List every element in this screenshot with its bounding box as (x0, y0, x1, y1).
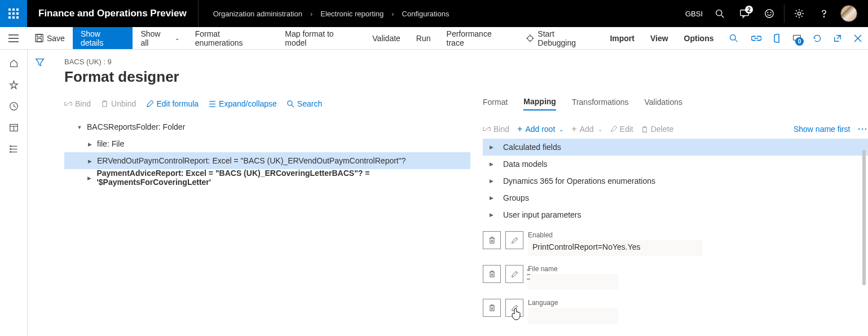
tab-validations[interactable]: Validations (645, 98, 682, 110)
tree-expand-icon[interactable] (86, 141, 94, 147)
add-root-button[interactable]: +Add root⌄ (517, 124, 563, 134)
map-row[interactable]: Data models (483, 156, 868, 173)
svg-point-46 (288, 100, 292, 105)
tree-row[interactable]: file: File (64, 135, 470, 152)
tree-expand-icon[interactable] (487, 212, 495, 218)
map-row[interactable]: Dynamics 365 for Operations enumerations (483, 173, 868, 189)
svg-rect-21 (37, 34, 42, 37)
delete-property-button[interactable] (483, 231, 501, 249)
tree-expand-icon[interactable] (86, 175, 93, 181)
link-icon-button[interactable] (746, 34, 766, 42)
view-button[interactable]: View (642, 27, 676, 49)
format-tree: BACSReportsFolder: Folder file: File ERV… (64, 118, 470, 186)
recent-rail-button[interactable] (8, 100, 19, 112)
tree-expand-icon[interactable] (487, 144, 495, 150)
delete-property-button[interactable] (483, 299, 501, 317)
user-avatar[interactable] (836, 0, 861, 27)
refresh-button[interactable] (807, 34, 827, 43)
workspaces-rail-button[interactable] (8, 122, 19, 133)
run-button[interactable]: Run (408, 27, 439, 49)
delete-property-button[interactable] (483, 265, 501, 283)
map-row[interactable]: Groups (483, 189, 868, 206)
expand-collapse-button[interactable]: Expand/collapse (209, 99, 277, 108)
popout-button[interactable] (827, 34, 848, 42)
map-row-selected[interactable]: Calculated fields (483, 139, 868, 156)
enabled-input[interactable]: PrintControlReport=NoYes.Yes (528, 240, 703, 256)
trash-icon (488, 270, 496, 278)
modules-rail-button[interactable] (8, 143, 19, 154)
tree-row[interactable]: PaymentAdviceReport: Excel = "BACS (UK)_… (64, 169, 470, 186)
map-row[interactable]: User input parameters (483, 206, 868, 223)
unbind-button[interactable]: Unbind (101, 99, 136, 108)
help-button[interactable] (812, 0, 836, 27)
start-debugging-button[interactable]: Start Debugging (518, 27, 602, 49)
tab-mapping[interactable]: Mapping (523, 97, 556, 110)
svg-line-10 (721, 15, 724, 17)
tree-row-root[interactable]: BACSReportsFolder: Folder (64, 118, 470, 135)
tree-expand-icon[interactable] (76, 124, 83, 130)
scrollbar[interactable] (862, 150, 866, 285)
overflow-button[interactable]: ··· (858, 125, 868, 134)
filter-button[interactable] (35, 58, 45, 336)
performance-trace-button[interactable]: Performance trace (439, 27, 519, 49)
tree-expand-icon[interactable] (487, 178, 495, 184)
tree-row-selected[interactable]: ERVendOutPaymControlReport: Excel = "BAC… (64, 152, 470, 169)
tree-expand-icon[interactable] (487, 161, 495, 167)
settings-button[interactable] (787, 0, 812, 27)
home-rail-button[interactable] (8, 58, 19, 69)
show-all-button[interactable]: Show all⌄ (133, 27, 187, 49)
svg-point-28 (730, 34, 736, 40)
edit-property-button[interactable] (505, 299, 523, 317)
breadcrumb-item[interactable]: Configurations (402, 10, 450, 18)
favorites-rail-button[interactable] (8, 79, 19, 90)
tab-format[interactable]: Format (483, 98, 508, 110)
edit-property-button[interactable] (505, 231, 523, 249)
edit-button[interactable]: Edit (610, 125, 633, 134)
filter-column (27, 50, 52, 336)
action-center-button[interactable]: 0 (787, 34, 807, 43)
feedback-button[interactable] (757, 0, 782, 27)
edit-formula-button[interactable]: Edit formula (146, 99, 199, 108)
add-button[interactable]: +Add⌄ (571, 124, 602, 134)
close-button[interactable] (848, 34, 868, 42)
link-icon (751, 34, 761, 42)
format-enumerations-button[interactable]: Format enumerations (187, 27, 277, 49)
show-name-first-button[interactable]: Show name first (794, 125, 850, 134)
waffle-launcher[interactable] (0, 0, 27, 27)
company-code[interactable]: GBSI (685, 10, 703, 18)
breadcrumb: Organization administration › Electronic… (202, 10, 450, 18)
show-details-label: Show details (81, 29, 125, 47)
svg-point-13 (768, 12, 768, 13)
tab-transformations[interactable]: Transformations (572, 98, 629, 110)
map-format-button[interactable]: Map format to model (277, 27, 364, 49)
link-icon (64, 100, 72, 108)
import-button[interactable]: Import (602, 27, 642, 49)
commandbar-search-button[interactable] (721, 27, 746, 49)
office-icon-button[interactable] (766, 34, 787, 43)
show-details-button[interactable]: Show details (73, 27, 133, 49)
property-row-language: Language (483, 299, 845, 324)
right-tabs: Format Mapping Transformations Validatio… (483, 94, 868, 114)
save-button[interactable]: Save (27, 27, 73, 49)
options-button[interactable]: Options (676, 27, 722, 49)
delete-button[interactable]: Delete (641, 125, 673, 134)
breadcrumb-item[interactable]: Organization administration (213, 10, 302, 18)
breadcrumb-item[interactable]: Electronic reporting (320, 10, 384, 18)
search-button[interactable] (707, 0, 732, 27)
tree-expand-icon[interactable] (86, 158, 94, 164)
bind-button[interactable]: Bind (64, 99, 91, 108)
edit-property-button[interactable] (505, 265, 523, 283)
tree-expand-icon[interactable] (487, 195, 495, 201)
property-label: Language (528, 299, 845, 307)
svg-rect-20 (36, 34, 43, 42)
svg-point-15 (797, 12, 800, 15)
save-label: Save (47, 34, 65, 43)
search-button[interactable]: Search (287, 99, 322, 108)
nav-hamburger[interactable] (0, 27, 27, 49)
language-input[interactable] (528, 308, 618, 324)
splitter-handle[interactable] (527, 269, 530, 280)
validate-button[interactable]: Validate (364, 27, 408, 49)
filename-input[interactable] (528, 274, 618, 290)
bind-button[interactable]: Bind (483, 125, 509, 134)
notifications-button[interactable]: 2 (732, 0, 757, 27)
